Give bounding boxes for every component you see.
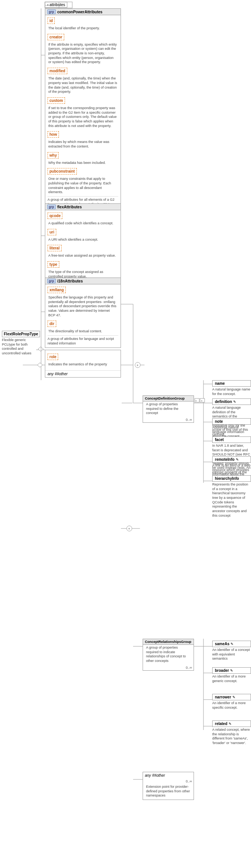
broader-edit-icon: ✎	[230, 669, 233, 673]
same-as-box: sameAs ✎	[212, 641, 251, 647]
any-other-label-2: any ##other	[143, 772, 194, 779]
hierarchy-info-label: hierarchyInfo	[215, 476, 239, 481]
any-other-multiplicity-2: 0..∞	[143, 779, 194, 784]
field-role: role Indicates the semantics of the prop…	[45, 351, 121, 370]
left-label-box: FlextRolePropType	[2, 331, 40, 337]
name-box: name	[212, 380, 251, 387]
same-as-edit-icon: ✎	[230, 642, 234, 646]
svg-text:+: +	[137, 363, 138, 367]
any-other-1: any ##other	[45, 370, 121, 377]
same-as-desc: An identifier of a concept with equivale…	[212, 648, 251, 661]
remote-info-label: remoteInfo	[215, 457, 235, 462]
concept-def-multiplicity: 0..∞	[143, 417, 194, 422]
related-edit-icon: ✎	[229, 722, 232, 726]
field-role-name: role	[48, 354, 58, 360]
field-role-desc: Indicates the semantics of the property	[48, 362, 118, 367]
i18n-grp-badge: grp	[47, 279, 56, 283]
field-pubconstraint: pubconstraint One or many constraints th…	[45, 167, 121, 195]
field-how-desc: Indicates by which means the value was e…	[48, 140, 118, 149]
diagram-title: ▪ attributes	[45, 2, 67, 8]
narrower-desc: An identifier of a more specific concept…	[212, 701, 251, 710]
common-power-attributes-label: commonPowerAttributes	[57, 10, 103, 14]
grp-badge: grp	[47, 10, 56, 14]
left-label-desc: Flexible generic PCLtype for both contro…	[2, 338, 40, 356]
any-other-desc-2: Extension point for provider-defined pro…	[146, 785, 191, 798]
field-creator: creator If the attribute is empty, speci…	[45, 32, 121, 65]
hierarchy-info-element: hierarchyInfo Represents the position of…	[212, 475, 251, 518]
broader-box: broader ✎	[212, 667, 251, 674]
narrower-label: narrower	[215, 695, 231, 699]
field-xmllang: xmllang Specifies the language of this p…	[45, 285, 121, 317]
narrower-box: narrower ✎	[212, 694, 251, 700]
name-label: name	[215, 381, 225, 386]
note-label: note	[215, 419, 223, 424]
field-uri-desc: A URI which identifies a concept.	[48, 238, 118, 242]
concept-rel-group-box: ConceptRelationshipsGroup A group of pro…	[143, 639, 194, 671]
field-why: why Why the metadata has been included.	[45, 151, 121, 165]
field-type: type The type of the concept assigned as…	[45, 260, 121, 279]
field-uri: uri A URI which identifies a concept.	[45, 227, 121, 242]
note-box: note	[212, 418, 251, 425]
same-as-label: sameAs	[215, 642, 229, 646]
field-uri-name: uri	[48, 229, 56, 235]
related-desc: A related concept, where the relationshi…	[212, 728, 251, 746]
field-id-name: id	[48, 17, 55, 24]
field-custom-desc: If set to true the corresponding propert…	[48, 106, 118, 128]
field-pubconstraint-desc: One or many constraints that apply to pu…	[48, 177, 118, 195]
field-literal-name: literal	[48, 245, 62, 251]
definition-box: definition ✎	[212, 398, 251, 405]
remote-info-edit-icon: ✎	[236, 458, 239, 462]
title-icon: ▪	[47, 3, 48, 7]
note-element: note Additional natural language informa…	[212, 418, 251, 439]
concept-rel-desc: A group of properties required to indica…	[146, 646, 191, 663]
same-as-element: sameAs ✎ An identifier of a concept with…	[212, 641, 251, 661]
concept-def-desc: A group of properties required to define…	[146, 402, 191, 416]
circle-svg: +	[121, 525, 140, 532]
svg-text:+: +	[201, 399, 203, 403]
related-box: related ✎	[212, 720, 251, 727]
field-modified-name: modified	[48, 68, 67, 74]
field-creator-desc: If the attribute is empty, specifies whi…	[48, 43, 118, 65]
common-power-attributes-title: grp commonPowerAttributes	[45, 9, 121, 15]
field-modified-desc: The date (and, optionally, the time) whe…	[48, 76, 118, 94]
hierarchy-info-box: hierarchyInfo	[212, 475, 251, 482]
definition-label: definition	[215, 400, 232, 404]
field-dir-name: dir	[48, 321, 56, 327]
broader-desc: An identifier of a more generic concept.	[212, 674, 251, 683]
svg-text:+: +	[195, 399, 197, 403]
left-label-text: FlextRolePropType	[4, 332, 38, 336]
field-pubconstraint-name: pubconstraint	[48, 168, 77, 175]
name-element: name A natural language name for the con…	[212, 380, 251, 396]
title-text: attributes	[49, 3, 65, 7]
svg-point-27	[135, 362, 140, 368]
left-label-container: FlextRolePropType Flexible generic PCLty…	[2, 331, 40, 356]
field-xmllang-name: xmllang	[48, 287, 66, 293]
field-custom: custom If set to true the corresponding …	[45, 96, 121, 128]
common-power-attributes-box: grp commonPowerAttributes id The local i…	[45, 8, 121, 217]
broader-label: broader	[215, 668, 229, 673]
field-literal-desc: A free-text value assigned as property v…	[48, 254, 118, 258]
field-qcode-desc: A qualified code which identifies a conc…	[48, 221, 118, 226]
hierarchy-info-desc: Represents the position of a concept in …	[212, 482, 251, 518]
field-xmllang-desc: Specifies the language of this property …	[48, 295, 118, 317]
field-qcode: qcode A qualified code which identifies …	[45, 211, 121, 226]
field-custom-name: custom	[48, 97, 65, 104]
i18n-attributes-box: grp i18nAttributes xmllang Specifies the…	[45, 278, 121, 348]
name-desc: A natural language name for the concept.	[212, 387, 251, 396]
field-modified: modified The date (and, optionally, the …	[45, 66, 121, 94]
role-field-container: role Indicates the semantics of the prop…	[45, 350, 121, 378]
circle-connector: +	[121, 525, 140, 533]
concept-def-label: ConceptDefinitionGroup	[145, 397, 185, 400]
broader-element: broader ✎ An identifier of a more generi…	[212, 667, 251, 683]
field-qcode-name: qcode	[48, 213, 62, 219]
any-other-box-2: any ##other 0..∞ Extension point for pro…	[143, 772, 194, 800]
flex-grp-badge: grp	[47, 205, 56, 209]
facet-box: facet	[212, 436, 251, 443]
flex-attributes-label: flexAttributes	[57, 205, 82, 209]
concept-def-group-box: ConceptDefinitionGroup A group of proper…	[143, 395, 194, 423]
field-id-desc: The local identifier of the property.	[48, 26, 118, 31]
i18n-attributes-title: grp i18nAttributes	[45, 278, 121, 284]
svg-rect-40	[200, 398, 205, 402]
concept-rel-multiplicity: 0..∞	[143, 665, 194, 670]
related-label: related	[215, 722, 227, 726]
